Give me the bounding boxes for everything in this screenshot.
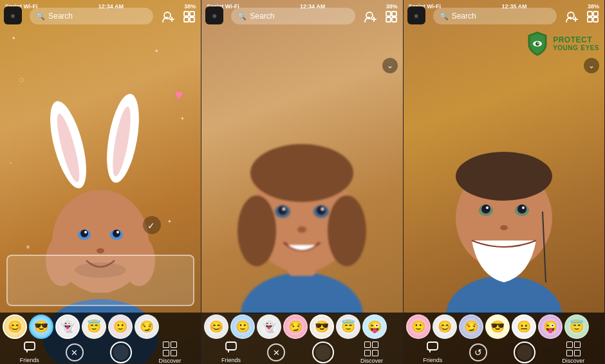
add-friend-icon-3[interactable] — [564, 9, 580, 24]
chat-icon-3 — [427, 341, 438, 356]
ghost-shape-2: ● — [212, 10, 217, 21]
friends-label-3: Friends — [423, 357, 442, 363]
top-right-icons-2 — [363, 9, 399, 24]
svg-point-54 — [481, 205, 490, 214]
filter-icon-5[interactable]: 🙂 — [108, 314, 133, 339]
svg-rect-25 — [190, 17, 194, 22]
avatar-blob-3[interactable]: ● — [407, 6, 425, 24]
search-text-3: Search — [452, 12, 476, 21]
nav-bar-3: Friends ↺ Discover — [404, 341, 604, 364]
filter-icon-2-1[interactable]: 😊 — [204, 314, 228, 339]
svg-rect-68 — [588, 17, 592, 22]
svg-point-32 — [328, 196, 366, 266]
svg-point-37 — [283, 208, 286, 211]
filter-icon-4[interactable]: 😇 — [82, 314, 106, 339]
filter-strip-2: 😊 🙂 👻 😏 😎 😇 😜 — [201, 313, 402, 341]
grid-icon-3[interactable] — [585, 9, 600, 24]
svg-rect-26 — [24, 342, 35, 350]
filter-icon-2-4[interactable]: 😏 — [283, 314, 308, 339]
capture-btn-3[interactable] — [514, 341, 535, 363]
svg-point-38 — [321, 208, 324, 211]
top-bar-1: ● 🔍 Search — [0, 0, 201, 27]
chat-icon-1 — [24, 341, 35, 356]
nav-discover-3[interactable]: Discover — [562, 341, 584, 364]
svg-point-31 — [237, 196, 276, 266]
filter-icon-3-3[interactable]: 😏 — [459, 314, 483, 339]
nav-friends-3[interactable]: Friends — [423, 341, 442, 363]
svg-rect-70 — [427, 342, 438, 350]
watermark-line3: EYES — [581, 44, 599, 51]
capture-inner-2 — [315, 345, 331, 360]
search-bar-2[interactable]: 🔍 Search — [231, 8, 355, 24]
nav-bar-2: Friends ✕ Discover — [201, 341, 402, 364]
capture-btn-2[interactable] — [312, 341, 334, 363]
add-friend-icon-2[interactable] — [363, 9, 378, 24]
filter-icon-2-5[interactable]: 😎 — [310, 314, 334, 339]
filter-icon-2-3[interactable]: 👻 — [257, 314, 281, 339]
capture-btn-1[interactable] — [110, 341, 132, 363]
svg-rect-45 — [386, 17, 391, 22]
add-friend-icon-1[interactable] — [161, 9, 176, 24]
svg-rect-69 — [593, 17, 598, 22]
close-filter-btn-2[interactable]: ✕ — [267, 343, 285, 361]
svg-rect-47 — [226, 342, 236, 350]
svg-point-36 — [317, 206, 326, 215]
svg-rect-24 — [184, 17, 189, 22]
grid-icon-2[interactable] — [384, 9, 399, 24]
filter-icon-3[interactable]: 👻 — [55, 314, 80, 339]
person-svg-2 — [205, 32, 398, 314]
search-text-1: Search — [48, 12, 73, 21]
nav-friends-2[interactable]: Friends — [221, 341, 241, 363]
svg-rect-23 — [190, 12, 194, 16]
grid-icon-1[interactable] — [182, 9, 197, 24]
bottom-bar-1: 😊 😎 👻 😇 🙂 😏 Friends ✕ — [0, 313, 201, 364]
discover-icon-2 — [364, 341, 378, 356]
svg-point-27 — [241, 273, 363, 314]
filter-icon-3-7[interactable]: 😇 — [564, 314, 589, 339]
filter-icon-3-1[interactable]: 🙂 — [406, 314, 431, 339]
avatar-blob-2[interactable]: ● — [205, 6, 223, 24]
filter-emoji-3: 👻 — [60, 320, 75, 334]
filter-icon-3-6[interactable]: 😜 — [538, 314, 563, 339]
svg-point-51 — [456, 152, 552, 201]
filter-emoji-4: 😇 — [87, 320, 101, 334]
search-bar-3[interactable]: 🔍 Search — [433, 8, 557, 24]
filter-icon-3-5[interactable]: 😐 — [512, 314, 536, 339]
filter-icon-2-6[interactable]: 😇 — [336, 314, 360, 339]
filter-emoji-1: 😊 — [8, 320, 22, 334]
chevron-down-2[interactable]: ⌄ — [382, 58, 398, 73]
discover-icon-1 — [163, 341, 177, 356]
nav-discover-2[interactable]: Discover — [360, 341, 383, 364]
svg-point-57 — [522, 206, 525, 209]
phone-panel-1: ✦ ✦ ⬡ ✦ * ✦ ❄ — [0, 0, 201, 364]
filter-icon-2-2[interactable]: 🙂 — [230, 314, 255, 339]
svg-point-39 — [297, 226, 306, 233]
nav-friends-1[interactable]: Friends — [20, 341, 39, 363]
ghost-shape-1: ● — [10, 10, 15, 21]
filter-icon-3-4[interactable]: 😎 — [485, 314, 510, 339]
protect-young-eyes-watermark: PROTECT YOUNG EYES — [526, 31, 599, 57]
bottom-bar-2: 😊 🙂 👻 😏 😎 😇 😜 Friends ✕ — [201, 313, 402, 364]
search-bar-1[interactable]: 🔍 Search — [30, 8, 153, 24]
close-filter-btn-1[interactable]: ✕ — [66, 343, 84, 361]
nav-discover-1[interactable]: Discover — [159, 341, 182, 364]
filter-icon-3-2[interactable]: 😊 — [433, 314, 457, 339]
svg-point-55 — [517, 205, 526, 214]
filter-emoji-5: 🙂 — [113, 320, 127, 334]
svg-point-12 — [113, 230, 120, 237]
filter-icon-2-7[interactable]: 😜 — [362, 314, 387, 339]
ghost-shape-3: ● — [413, 10, 418, 21]
person-svg-3 — [407, 32, 600, 314]
top-bar-2: ● 🔍 Search — [201, 0, 402, 27]
filter-icon-6[interactable]: 😏 — [135, 314, 159, 339]
avatar-blob-1[interactable]: ● — [4, 6, 22, 24]
timer-refresh-btn-3[interactable]: ↺ — [469, 343, 487, 361]
chevron-down-3[interactable]: ⌄ — [584, 58, 599, 73]
watermark-line2: YOUNG — [553, 44, 578, 51]
filter-icon-2[interactable]: 😎 — [29, 314, 53, 339]
svg-point-61 — [535, 42, 539, 46]
svg-point-14 — [116, 231, 119, 233]
capture-inner-3 — [517, 345, 532, 360]
filter-icon-1[interactable]: 😊 — [3, 314, 27, 339]
phone-panel-3: PROTECT YOUNG EYES Sprint Wi-Fi 12:35 AM… — [404, 0, 605, 364]
